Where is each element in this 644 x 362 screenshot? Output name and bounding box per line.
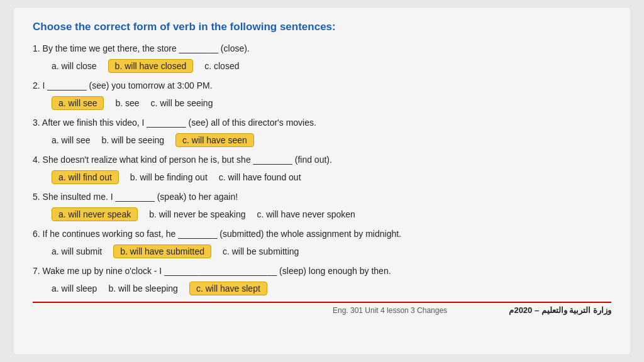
question-2: 2. I ________ (see) you tomorrow at 3:00… bbox=[33, 79, 611, 110]
option-2-2: b. see bbox=[115, 98, 139, 108]
question-text-3: 3. After we finish this video, I _______… bbox=[33, 116, 611, 129]
question-text-5: 5. She insulted me. I ________ (speak) t… bbox=[33, 190, 611, 204]
option-6-2: b. will have submitted bbox=[113, 244, 211, 258]
options-6: a. will submitb. will have submittedc. w… bbox=[52, 244, 611, 258]
options-2: a. will seeb. seec. will be seeing bbox=[52, 96, 611, 110]
option-7-2: b. will be sleeping bbox=[108, 283, 178, 293]
option-4-2: b. will be finding out bbox=[130, 172, 208, 182]
option-7-1: a. will sleep bbox=[52, 283, 97, 293]
question-3: 3. After we finish this video, I _______… bbox=[33, 116, 611, 147]
option-1-2: b. will have closed bbox=[108, 59, 194, 73]
footer-right: وزارة التربية والتعليم – 2020م bbox=[509, 305, 611, 315]
question-1: 1. By the time we get there, the store _… bbox=[33, 42, 611, 73]
options-1: a. will closeb. will have closedc. close… bbox=[52, 59, 611, 73]
option-3-1: a. will see bbox=[52, 135, 90, 145]
question-text-6: 6. If he continues working so fast, he _… bbox=[33, 228, 611, 241]
questions-container: 1. By the time we get there, the store _… bbox=[33, 42, 611, 295]
option-4-3: c. will have found out bbox=[219, 172, 301, 182]
question-text-1: 1. By the time we get there, the store _… bbox=[33, 42, 611, 55]
option-4-1: a. will find out bbox=[52, 170, 119, 184]
options-7: a. will sleepb. will be sleepingc. will … bbox=[52, 282, 611, 295]
question-7: 7. Wake me up by nine o'clock - I ______… bbox=[33, 265, 611, 295]
option-6-3: c. will be submitting bbox=[223, 246, 299, 256]
question-text-7: 7. Wake me up by nine o'clock - I ______… bbox=[33, 265, 611, 278]
option-5-2: b. will never be speaking bbox=[149, 209, 245, 219]
main-card: Choose the correct form of verb in the f… bbox=[14, 8, 630, 354]
option-5-1: a. will never speak bbox=[52, 207, 138, 221]
question-5: 5. She insulted me. I ________ (speak) t… bbox=[33, 190, 611, 221]
options-4: a. will find outb. will be finding outc.… bbox=[52, 170, 611, 184]
option-5-3: c. will have never spoken bbox=[257, 209, 355, 219]
option-3-2: b. will be seeing bbox=[101, 135, 164, 145]
footer-center: Eng. 301 Unit 4 lesson 3 Changes bbox=[271, 306, 509, 315]
page-title: Choose the correct form of verb in the f… bbox=[33, 21, 611, 33]
option-2-1: a. will see bbox=[52, 96, 104, 110]
options-5: a. will never speakb. will never be spea… bbox=[52, 207, 611, 221]
option-6-1: a. will submit bbox=[52, 246, 102, 256]
question-6: 6. If he continues working so fast, he _… bbox=[33, 228, 611, 258]
option-1-3: c. closed bbox=[204, 61, 239, 71]
option-3-3: c. will have seen bbox=[175, 133, 254, 147]
question-4: 4. She doesn't realize what kind of pers… bbox=[33, 153, 611, 184]
option-7-3: c. will have slept bbox=[189, 282, 267, 295]
options-3: a. will seeb. will be seeingc. will have… bbox=[52, 133, 611, 147]
footer: Eng. 301 Unit 4 lesson 3 Changes وزارة ا… bbox=[33, 302, 611, 315]
option-2-3: c. will be seeing bbox=[151, 98, 213, 108]
question-text-4: 4. She doesn't realize what kind of pers… bbox=[33, 153, 611, 167]
option-1-1: a. will close bbox=[52, 61, 97, 71]
question-text-2: 2. I ________ (see) you tomorrow at 3:00… bbox=[33, 79, 611, 92]
